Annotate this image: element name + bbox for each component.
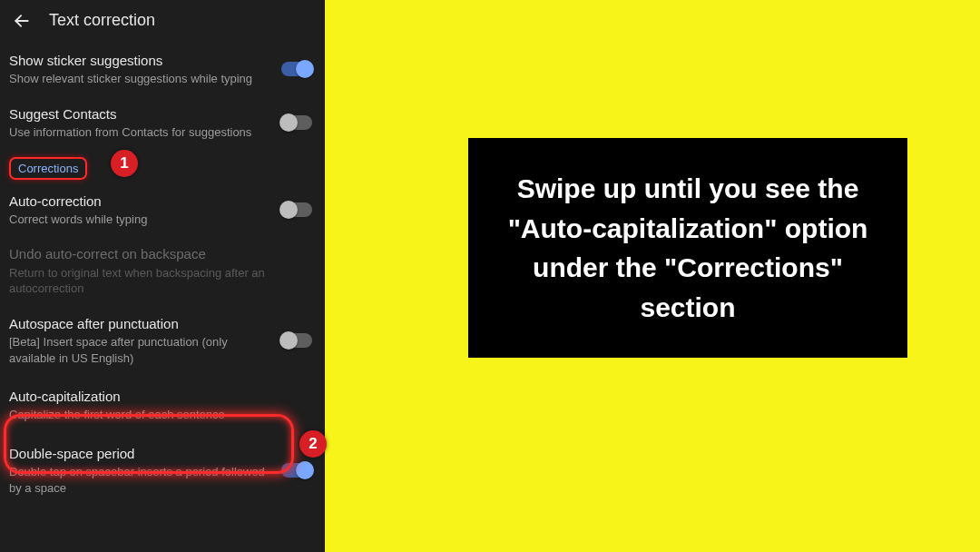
setting-row-double-space-period[interactable]: Double-space period Double tap on spaceb… [0,436,325,505]
row-subtitle: Show relevant sticker suggestions while … [9,71,274,87]
annotation-badge-1: 1 [111,150,138,177]
page-title: Text correction [49,11,155,30]
row-title: Auto-capitalization [9,388,274,406]
setting-row-undo-autocorrect: Undo auto-correct on backspace Return to… [0,236,325,305]
row-title: Auto-correction [9,192,274,211]
setting-row-auto-capitalization[interactable]: Auto-capitalization Capitalize the first… [0,375,325,436]
row-title: Show sticker suggestions [9,52,274,70]
setting-row-suggest-contacts[interactable]: Suggest Contacts Use information from Co… [0,96,325,150]
tutorial-stage: Text correction Show sticker suggestions… [0,0,980,552]
toggle-sticker-suggestions[interactable] [281,62,312,76]
section-label: Corrections [9,157,87,180]
instruction-text-box: Swipe up until you see the "Auto-capital… [468,138,907,358]
row-subtitle: Use information from Contacts for sugges… [9,124,274,141]
row-title: Double-space period [9,445,274,463]
row-subtitle: Return to original text when backspacing… [9,265,274,297]
toggle-double-space-period[interactable] [281,463,312,478]
row-subtitle: [Beta] Insert space after punctuation (o… [9,334,274,366]
annotation-badge-2: 2 [299,430,327,458]
row-subtitle: Double tap on spacebar inserts a period … [9,464,274,496]
toggle-auto-correction[interactable] [281,202,312,217]
app-bar: Text correction [0,0,325,43]
row-title: Undo auto-correct on backspace [9,245,274,263]
back-arrow-icon[interactable] [13,12,31,30]
row-subtitle: Correct words while typing [9,212,274,228]
setting-row-auto-correction[interactable]: Auto-correction Correct words while typi… [0,183,325,237]
setting-row-autospace[interactable]: Autospace after punctuation [Beta] Inser… [0,306,325,375]
toggle-autospace[interactable] [281,333,312,348]
row-subtitle: Capitalize the first word of each senten… [9,407,274,423]
toggle-suggest-contacts[interactable] [281,115,312,130]
phone-settings-screen[interactable]: Text correction Show sticker suggestions… [0,0,325,552]
row-title: Suggest Contacts [9,105,274,123]
row-title: Autospace after punctuation [9,315,274,333]
section-header-corrections: Corrections 1 [0,150,325,183]
setting-row-sticker-suggestions[interactable]: Show sticker suggestions Show relevant s… [0,43,325,96]
